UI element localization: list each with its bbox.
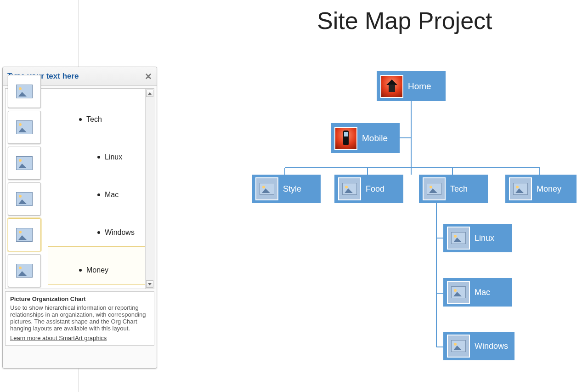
picture-placeholder-icon bbox=[423, 177, 446, 200]
node-label: Money bbox=[537, 184, 561, 194]
node-style[interactable]: Style bbox=[252, 175, 321, 203]
home-icon bbox=[380, 75, 403, 98]
orgchart-canvas: Home Mobile Style Food Tech Money Linux … bbox=[0, 0, 588, 392]
node-label: Mac bbox=[475, 288, 490, 297]
node-label: Mobile bbox=[362, 133, 388, 143]
picture-placeholder-icon bbox=[509, 177, 532, 200]
node-windows[interactable]: Windows bbox=[443, 332, 514, 360]
picture-placeholder-icon bbox=[338, 177, 361, 200]
picture-placeholder-icon bbox=[447, 335, 470, 358]
node-food[interactable]: Food bbox=[334, 175, 403, 203]
node-label: Home bbox=[408, 81, 431, 91]
node-mac[interactable]: Mac bbox=[443, 278, 512, 307]
node-linux[interactable]: Linux bbox=[443, 224, 512, 252]
node-label: Windows bbox=[475, 341, 508, 351]
node-label: Tech bbox=[450, 184, 468, 194]
mobile-icon bbox=[334, 127, 357, 150]
node-money[interactable]: Money bbox=[505, 175, 577, 203]
node-label: Linux bbox=[475, 233, 494, 243]
node-mobile[interactable]: Mobile bbox=[331, 123, 400, 153]
node-tech[interactable]: Tech bbox=[419, 175, 488, 203]
picture-placeholder-icon bbox=[447, 227, 470, 250]
node-label: Style bbox=[283, 184, 301, 194]
node-home[interactable]: Home bbox=[377, 71, 446, 101]
picture-placeholder-icon bbox=[255, 177, 278, 200]
node-label: Food bbox=[366, 184, 384, 194]
picture-placeholder-icon bbox=[447, 281, 470, 304]
